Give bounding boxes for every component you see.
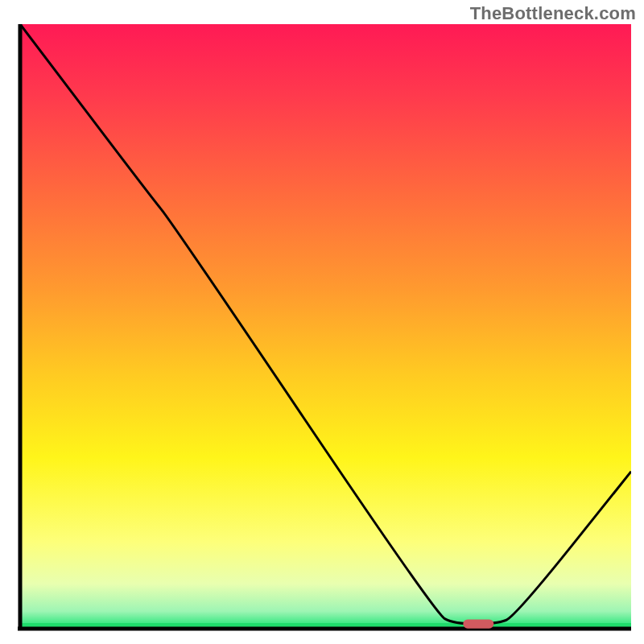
optimal-marker: [463, 619, 493, 628]
chart-container: TheBottleneck.com: [0, 0, 644, 644]
watermark-text: TheBottleneck.com: [470, 3, 636, 24]
plot-background: [20, 24, 631, 626]
chart-plot: [18, 24, 631, 631]
